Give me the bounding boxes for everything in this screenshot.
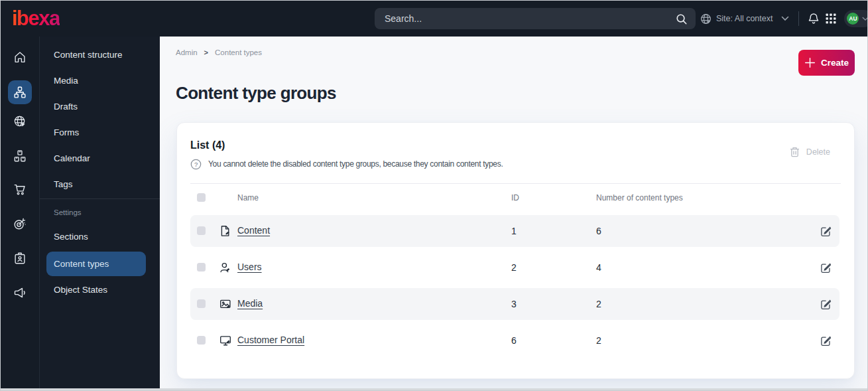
create-button-label: Create xyxy=(821,58,849,68)
icon-rail xyxy=(1,37,40,390)
menu-item-tags[interactable]: Tags xyxy=(40,171,160,197)
side-menu: Content structure Media Drafts Forms Cal… xyxy=(40,37,160,390)
rail-home-button[interactable] xyxy=(8,45,32,69)
topbar: ibexa Search... Site: All c xyxy=(1,1,867,37)
rail-admin-button[interactable] xyxy=(8,246,32,270)
content-structure-icon xyxy=(13,85,27,100)
row-checkbox[interactable] xyxy=(197,336,206,345)
table-row: Content 1 6 xyxy=(190,215,839,247)
page-title: Content type groups xyxy=(176,83,336,104)
monitor-icon xyxy=(219,335,231,347)
menu-item-sections[interactable]: Sections xyxy=(40,224,160,250)
menu-item-calendar[interactable]: Calendar xyxy=(40,145,160,171)
rail-commerce-button[interactable] xyxy=(8,177,32,201)
list-card: List (4) ? You cannot delete the disable… xyxy=(176,122,855,379)
badge-icon xyxy=(13,251,27,266)
topbar-separator xyxy=(798,11,799,26)
table-header: Name ID Number of content types xyxy=(190,191,839,204)
file-icon xyxy=(219,225,231,237)
rail-activity-button[interactable] xyxy=(8,281,32,305)
menu-item-forms[interactable]: Forms xyxy=(40,119,160,145)
app-window: ibexa Search... Site: All c xyxy=(0,0,868,391)
chevron-down-icon xyxy=(862,17,868,21)
row-checkbox[interactable] xyxy=(197,263,206,272)
row-name-link[interactable]: Users xyxy=(237,262,262,272)
select-all-checkbox[interactable] xyxy=(197,193,206,202)
rail-catalog-button[interactable] xyxy=(8,144,32,168)
row-name-link[interactable]: Customer Portal xyxy=(237,335,304,345)
globe-icon xyxy=(700,13,712,25)
list-title: List (4) xyxy=(190,139,225,151)
row-count: 4 xyxy=(596,262,601,273)
megaphone-icon xyxy=(13,285,27,300)
column-header-name: Name xyxy=(237,191,259,204)
menu-section-label: Settings xyxy=(40,199,160,224)
breadcrumb-content-types: Content types xyxy=(215,48,262,56)
breadcrumb-admin[interactable]: Admin xyxy=(176,48,198,56)
grid-icon xyxy=(826,13,836,24)
row-id: 2 xyxy=(511,262,517,273)
home-icon xyxy=(13,50,27,64)
row-count: 2 xyxy=(596,299,601,309)
product-catalog-icon xyxy=(13,149,27,163)
row-name-link[interactable]: Content xyxy=(237,225,270,236)
search-placeholder: Search... xyxy=(385,13,675,24)
chevron-down-icon xyxy=(781,16,789,21)
notifications-button[interactable] xyxy=(805,10,822,27)
menu-item-drafts[interactable]: Drafts xyxy=(40,94,160,119)
settings-menu-list: Sections Content types Object States xyxy=(40,224,160,303)
app-menu-button[interactable] xyxy=(822,10,839,27)
avatar: AU xyxy=(847,13,859,25)
list-info-text: You cannot delete the disabled content t… xyxy=(208,159,503,169)
menu-item-content-types-wrap: Content types xyxy=(40,250,160,277)
delete-button[interactable]: Delete xyxy=(790,147,830,157)
edit-button[interactable] xyxy=(820,298,832,310)
row-id: 1 xyxy=(511,226,517,236)
menu-item-content-structure[interactable]: Content structure xyxy=(40,42,160,68)
row-id: 3 xyxy=(511,299,517,309)
target-icon xyxy=(13,216,27,231)
site-context-label: Site: All context xyxy=(716,14,773,23)
row-count: 2 xyxy=(596,335,601,346)
row-count: 6 xyxy=(596,226,601,236)
svg-text:?: ? xyxy=(194,160,198,167)
create-button[interactable]: Create xyxy=(798,50,855,76)
menu-item-object-states[interactable]: Object States xyxy=(40,277,160,303)
column-header-count: Number of content types xyxy=(596,191,683,204)
user-menu-button[interactable]: AU xyxy=(844,10,868,27)
table-row: Media 3 2 xyxy=(190,288,839,320)
search-globe-icon xyxy=(13,114,27,129)
menu-item-content-types[interactable]: Content types xyxy=(46,252,146,276)
ibexa-logo: ibexa xyxy=(12,7,60,31)
menu-item-media[interactable]: Media xyxy=(40,68,160,94)
row-checkbox[interactable] xyxy=(197,299,206,308)
list-info: ? You cannot delete the disabled content… xyxy=(190,158,503,170)
global-search-input[interactable]: Search... xyxy=(375,8,696,29)
rail-personalization-button[interactable] xyxy=(8,212,32,236)
rail-search-button[interactable] xyxy=(8,110,32,133)
delete-button-label: Delete xyxy=(806,147,830,157)
row-name-link[interactable]: Media xyxy=(237,298,263,309)
edit-button[interactable] xyxy=(820,335,832,347)
plus-icon xyxy=(804,57,816,68)
rail-content-button[interactable] xyxy=(8,80,32,104)
topbar-actions: Site: All context xyxy=(700,1,868,37)
site-context-switcher[interactable]: Site: All context xyxy=(700,13,789,25)
row-checkbox[interactable] xyxy=(197,226,206,235)
row-id: 6 xyxy=(511,335,517,346)
table-row: Customer Portal 6 2 xyxy=(190,325,839,356)
edit-button[interactable] xyxy=(820,262,832,274)
search-icon xyxy=(675,13,688,25)
image-icon xyxy=(219,298,231,310)
card-divider xyxy=(190,183,841,184)
menu-list: Content structure Media Drafts Forms Cal… xyxy=(40,37,160,197)
column-header-id: ID xyxy=(511,191,519,204)
breadcrumb-separator: > xyxy=(204,48,208,56)
question-circle-icon: ? xyxy=(190,159,202,170)
table-row: Users 2 4 xyxy=(190,252,839,283)
edit-button[interactable] xyxy=(820,225,832,237)
breadcrumb: Admin > Content types xyxy=(176,48,262,56)
user-icon xyxy=(219,262,231,274)
bell-icon xyxy=(807,12,820,25)
main-content: Admin > Content types Create Content typ… xyxy=(160,37,867,390)
